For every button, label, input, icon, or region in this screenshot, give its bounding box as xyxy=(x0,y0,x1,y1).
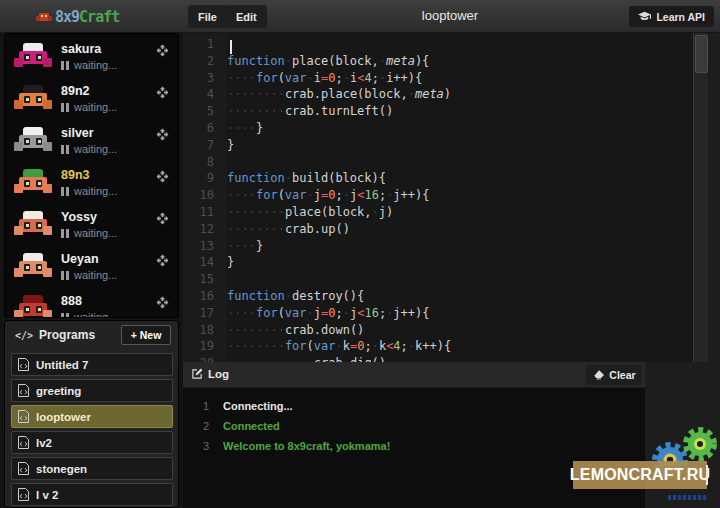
player-row-888[interactable]: 888waiting... xyxy=(5,290,178,318)
code-line-4: 4········crab.place(block,·meta) xyxy=(183,86,688,103)
code-line-16: 16function·destroy(){ xyxy=(183,288,688,305)
code-line-14: 14} xyxy=(183,254,688,271)
log-message: Connecting... xyxy=(223,400,293,412)
player-list: sakurawaiting...89n2waiting...silverwait… xyxy=(4,33,179,318)
watermark-strip xyxy=(668,495,708,500)
document-title: looptower xyxy=(310,8,590,23)
program-file-icon xyxy=(18,436,29,449)
move-player-button[interactable] xyxy=(156,43,169,56)
move-player-button[interactable] xyxy=(156,127,169,140)
move-player-button[interactable] xyxy=(156,85,169,98)
scrollbar-thumb[interactable] xyxy=(695,35,708,73)
program-item-untitled-7[interactable]: Untitled 7 xyxy=(11,353,173,376)
graduation-cap-icon xyxy=(638,11,651,22)
program-file-icon xyxy=(18,358,29,371)
log-line-number: 1 xyxy=(183,400,223,412)
editor-scrollbar[interactable] xyxy=(693,33,708,362)
player-status: waiting... xyxy=(61,59,117,71)
line-number: 19 xyxy=(183,338,227,355)
sidebar: sakurawaiting...89n2waiting...silverwait… xyxy=(0,33,183,508)
code-line-10: 10····for(var·j=0;·j<16;·j++){ xyxy=(183,187,688,204)
player-row-Ueyan[interactable]: Ueyanwaiting... xyxy=(5,248,178,290)
code-line-20: 20············crab.dig() xyxy=(183,355,688,362)
crab-avatar xyxy=(14,85,52,113)
line-number: 16 xyxy=(183,288,227,305)
programs-panel: </> Programs + New Untitled 7greetingloo… xyxy=(4,320,179,508)
pause-icon xyxy=(61,145,69,154)
line-number: 20 xyxy=(183,355,227,362)
move-icon xyxy=(156,86,169,99)
move-player-button[interactable] xyxy=(156,169,169,182)
move-icon xyxy=(156,212,169,225)
player-name: 89n3 xyxy=(61,168,90,182)
program-name: looptower xyxy=(36,411,91,423)
player-status: waiting... xyxy=(61,101,117,113)
code-line-1: 1 xyxy=(183,36,688,53)
code-line-8: 8 xyxy=(183,154,688,171)
program-name: lv2 xyxy=(36,437,52,449)
pause-icon xyxy=(61,271,69,280)
code-line-17: 17····for(var·j=0;·j<16;·j++){ xyxy=(183,305,688,322)
learn-api-button[interactable]: Learn API xyxy=(629,6,714,27)
pause-icon xyxy=(61,61,69,70)
line-number: 3 xyxy=(183,70,227,87)
line-number: 5 xyxy=(183,103,227,120)
move-icon xyxy=(156,254,169,267)
log-message: Welcome to 8x9craft, yokmama! xyxy=(223,440,390,452)
move-icon xyxy=(156,128,169,141)
pause-icon xyxy=(61,313,69,319)
program-item-l-v-2[interactable]: l v 2 xyxy=(11,483,173,506)
log-message: Connected xyxy=(223,420,280,432)
move-player-button[interactable] xyxy=(156,211,169,224)
player-name: 89n2 xyxy=(61,84,90,98)
player-row-89n3[interactable]: 89n3waiting... xyxy=(5,164,178,206)
app-logo: 8x9Craft xyxy=(36,7,119,27)
clear-log-button[interactable]: Clear xyxy=(586,365,642,385)
programs-header: </> Programs + New xyxy=(5,321,178,349)
program-file-icon xyxy=(18,384,29,397)
program-item-stonegen[interactable]: stonegen xyxy=(11,457,173,480)
program-name: stonegen xyxy=(36,463,87,475)
player-row-89n2[interactable]: 89n2waiting... xyxy=(5,80,178,122)
logo-text-craft: Craft xyxy=(79,8,119,26)
move-player-button[interactable] xyxy=(156,295,169,308)
logo-text-8x9: 8x9 xyxy=(55,8,79,26)
watermark-text: LEMONCRAFT.RU xyxy=(570,466,710,484)
player-row-sakura[interactable]: sakurawaiting... xyxy=(5,38,178,80)
line-number: 13 xyxy=(183,238,227,255)
code-line-12: 12········crab.up() xyxy=(183,221,688,238)
new-program-button[interactable]: + New xyxy=(121,325,171,345)
pause-icon xyxy=(61,103,69,112)
code-editor[interactable]: 12function·place(block,·meta){3····for(v… xyxy=(183,33,708,362)
crab-avatar xyxy=(14,43,52,71)
line-number: 14 xyxy=(183,254,227,271)
log-entries: 1Connecting...2Connected3Welcome to 8x9c… xyxy=(183,396,645,456)
file-menu-button[interactable]: File xyxy=(188,5,227,28)
line-number: 10 xyxy=(183,187,227,204)
player-status: waiting... xyxy=(61,185,117,197)
code-line-3: 3····for(var·i=0;·i<4;·i++){ xyxy=(183,70,688,87)
move-icon xyxy=(156,44,169,57)
pause-icon xyxy=(61,187,69,196)
programs-title: </> Programs xyxy=(15,328,95,342)
edit-menu-button[interactable]: Edit xyxy=(226,5,267,28)
player-name: 888 xyxy=(61,294,82,308)
move-player-button[interactable] xyxy=(156,253,169,266)
crab-avatar xyxy=(14,127,52,155)
player-row-Yossy[interactable]: Yossywaiting... xyxy=(5,206,178,248)
log-header: Log Clear xyxy=(183,362,645,388)
watermark-bar: LEMONCRAFT.RU xyxy=(573,461,707,489)
player-status: waiting... xyxy=(61,269,117,281)
program-item-looptower[interactable]: looptower xyxy=(11,405,173,428)
line-number: 4 xyxy=(183,86,227,103)
line-number: 17 xyxy=(183,305,227,322)
program-item-lv2[interactable]: lv2 xyxy=(11,431,173,454)
line-number: 11 xyxy=(183,204,227,221)
line-number: 15 xyxy=(183,271,227,288)
crab-logo-icon xyxy=(36,11,52,23)
code-line-11: 11········place(block,·j) xyxy=(183,204,688,221)
log-entry: 2Connected xyxy=(183,416,645,436)
program-name: greeting xyxy=(36,385,81,397)
program-item-greeting[interactable]: greeting xyxy=(11,379,173,402)
player-row-silver[interactable]: silverwaiting... xyxy=(5,122,178,164)
